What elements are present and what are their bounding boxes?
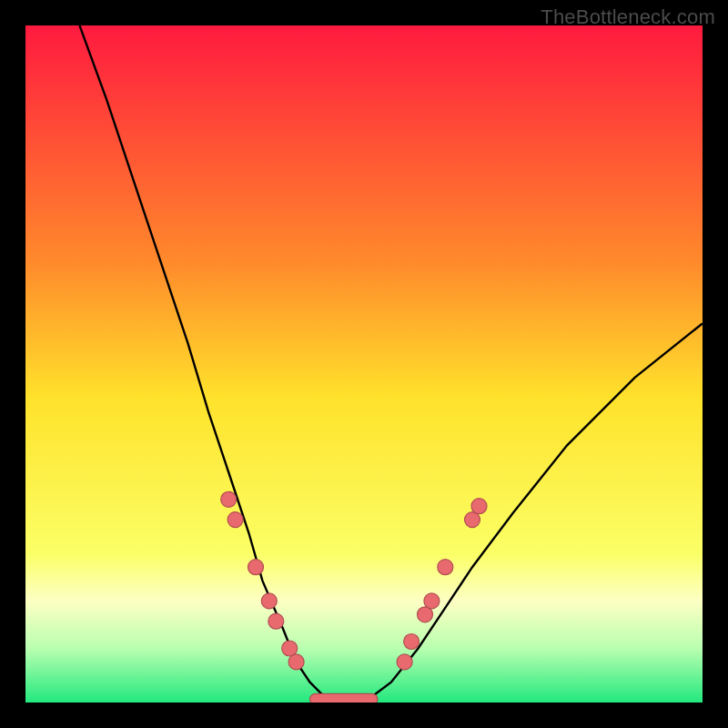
marker-dot xyxy=(228,512,243,528)
marker-dot xyxy=(438,560,453,575)
watermark-text: TheBottleneck.com xyxy=(541,5,715,29)
marker-dot xyxy=(248,560,264,575)
svg-rect-1 xyxy=(310,693,378,703)
marker-dot xyxy=(268,613,284,629)
chart-frame: TheBottleneck.com xyxy=(0,0,728,728)
marker-dot xyxy=(471,499,487,514)
marker-dot xyxy=(424,593,440,609)
marker-dot xyxy=(288,654,304,670)
marker-dot xyxy=(261,593,277,609)
marker-dot xyxy=(404,634,420,650)
bottleneck-curve xyxy=(25,25,703,703)
marker-dot xyxy=(397,654,412,670)
marker-dot xyxy=(221,491,237,507)
plot-area xyxy=(25,25,703,703)
